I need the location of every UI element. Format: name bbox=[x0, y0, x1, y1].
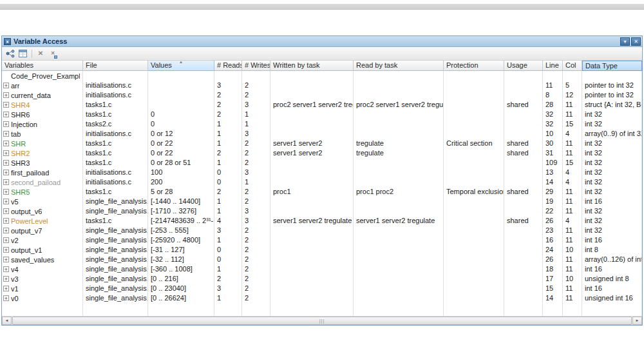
toolbar-separator bbox=[32, 50, 32, 58]
cell-writes: 2 bbox=[242, 158, 270, 168]
expand-icon[interactable] bbox=[3, 170, 9, 175]
table-row[interactable]: second_paiload initialisations.c 200 0 1… bbox=[2, 177, 642, 187]
cell-usage bbox=[504, 226, 543, 235]
expand-icon[interactable] bbox=[3, 199, 9, 204]
column-header-data-type[interactable]: Data Type bbox=[582, 61, 642, 71]
scroll-left-arrow[interactable]: ◄ bbox=[2, 317, 12, 325]
table-row[interactable]: v3 single_file_analysis.c [0 .. 216] 2 2… bbox=[2, 274, 642, 284]
column-header-line[interactable]: Line bbox=[543, 61, 563, 71]
expand-icon[interactable] bbox=[3, 189, 9, 195]
cell-line: 19 bbox=[543, 197, 563, 206]
column-header-written-by-task[interactable]: Written by task bbox=[270, 61, 354, 71]
expand-icon[interactable] bbox=[3, 160, 9, 166]
cell-data-type: int 16 bbox=[582, 264, 642, 274]
table-row[interactable]: v0 single_file_analysis.c [0 .. 26624] 1… bbox=[2, 293, 642, 303]
table-row[interactable]: Injection tasks2.c 0 1 1 32 15 int 32 bbox=[2, 119, 642, 129]
cell-file: tasks1.c bbox=[83, 148, 148, 158]
expand-icon[interactable] bbox=[3, 102, 9, 108]
horizontal-scrollbar[interactable]: ◄ ||| ► bbox=[2, 316, 642, 325]
column-header-values[interactable]: ▲Values bbox=[148, 61, 214, 71]
cell-data-type: int 16 bbox=[582, 235, 642, 245]
clear-all-button[interactable]: ✕ bbox=[47, 48, 59, 59]
expand-icon[interactable] bbox=[3, 247, 9, 253]
cell-written-by-task bbox=[270, 245, 354, 255]
column-header-usage[interactable]: Usage bbox=[504, 61, 543, 71]
scrollbar-thumb[interactable]: ||| bbox=[12, 317, 632, 325]
expand-icon[interactable] bbox=[3, 257, 9, 262]
table-row[interactable]: tab initialisations.c 0 or 12 1 3 10 4 a… bbox=[2, 129, 642, 139]
title-bar[interactable]: x Variable Access ▾ ✕ bbox=[2, 36, 642, 47]
expand-icon[interactable] bbox=[3, 276, 9, 282]
variable-name: output_v1 bbox=[11, 246, 42, 255]
close-button[interactable]: ✕ bbox=[631, 37, 641, 46]
cell-col: 15 bbox=[563, 119, 582, 129]
expand-icon[interactable] bbox=[3, 179, 9, 185]
cell-usage bbox=[504, 71, 543, 81]
table-row[interactable]: v5 single_file_analysis.c [-1440 .. 1440… bbox=[2, 197, 642, 206]
cell-file: single_file_analysis.c bbox=[83, 293, 148, 303]
cell-line: 17 bbox=[543, 274, 563, 284]
expand-icon[interactable] bbox=[3, 121, 9, 127]
column-header-read-by-task[interactable]: Read by task bbox=[354, 61, 444, 71]
table-row[interactable]: SHR6 tasks1.c 0 2 1 32 11 int 32 bbox=[2, 110, 642, 119]
cell-data-type: int 32 bbox=[582, 216, 642, 226]
table-row[interactable]: output_v1 single_file_analysis.c [-31 ..… bbox=[2, 245, 642, 255]
column-header-protection[interactable]: Protection bbox=[444, 61, 504, 71]
cell-usage bbox=[504, 81, 543, 90]
expand-icon[interactable] bbox=[3, 218, 9, 224]
table-row[interactable]: v4 single_file_analysis.c [-360 .. 1008]… bbox=[2, 264, 642, 274]
cell-written-by-task bbox=[270, 71, 354, 81]
cell-reads: 1 bbox=[214, 206, 242, 216]
cell-read-by-task bbox=[354, 255, 444, 264]
column-header-reads[interactable]: # Reads bbox=[214, 61, 242, 71]
scroll-right-arrow[interactable]: ► bbox=[632, 317, 642, 325]
minimize-button[interactable]: ▾ bbox=[620, 37, 630, 46]
cell-usage bbox=[504, 119, 543, 129]
expand-icon[interactable] bbox=[3, 131, 9, 137]
table-row[interactable]: output_v6 single_file_analysis.c [-1710 … bbox=[2, 206, 642, 216]
expand-icon[interactable] bbox=[3, 92, 9, 98]
column-header-col[interactable]: Col bbox=[563, 61, 582, 71]
table-row[interactable]: PowerLevel tasks1.c [-2147483639 .. 2³¹-… bbox=[2, 216, 642, 226]
expand-icon[interactable] bbox=[3, 112, 9, 117]
expand-icon[interactable] bbox=[3, 295, 9, 301]
table-row[interactable]: SHR4 tasks1.c 2 3 proc2 server1 server2 … bbox=[2, 100, 642, 110]
expand-icon[interactable] bbox=[3, 150, 9, 156]
cell-usage bbox=[504, 177, 543, 187]
expand-icon[interactable] bbox=[3, 237, 9, 243]
show-table-button[interactable] bbox=[17, 48, 28, 59]
cell-writes: 2 bbox=[242, 81, 270, 90]
expand-icon[interactable] bbox=[3, 141, 9, 146]
cell-data-type: int 32 bbox=[582, 158, 642, 168]
clear-button[interactable]: ✕ bbox=[35, 48, 46, 59]
cell-written-by-task bbox=[270, 197, 354, 206]
expand-icon[interactable] bbox=[3, 266, 9, 272]
table-row[interactable]: arr initialisations.c 3 2 11 5 pointer t… bbox=[2, 81, 642, 90]
table-row[interactable]: v1 single_file_analysis.c [0 .. 23040] 3… bbox=[2, 284, 642, 293]
column-header-file[interactable]: File bbox=[83, 61, 148, 71]
cell-line: 29 bbox=[543, 187, 563, 197]
table-row[interactable]: saved_values single_file_analysis.c [-32… bbox=[2, 255, 642, 264]
cell-written-by-task bbox=[270, 235, 354, 245]
access-graph-button[interactable] bbox=[5, 48, 16, 59]
table-row[interactable]: current_data initialisations.c 2 2 8 12 … bbox=[2, 90, 642, 100]
table-row[interactable]: SHR2 tasks1.c 0 or 22 2 2 server1 server… bbox=[2, 148, 642, 158]
cell-reads: 1 bbox=[214, 119, 242, 129]
cell-file: single_file_analysis.c bbox=[83, 264, 148, 274]
table-row[interactable]: Code_Prover_Example bbox=[2, 71, 642, 81]
cell-usage bbox=[504, 274, 543, 284]
table-row[interactable]: first_paiload initialisations.c 100 0 3 … bbox=[2, 168, 642, 177]
table-row[interactable]: SHR3 tasks1.c 0 or 28 or 51 1 2 109 15 i… bbox=[2, 158, 642, 168]
table-row[interactable]: v2 single_file_analysis.c [-25920 .. 480… bbox=[2, 235, 642, 245]
cell-line: 26 bbox=[543, 216, 563, 226]
column-header-variables[interactable]: Variables bbox=[2, 61, 83, 71]
cell-writes: 2 bbox=[242, 284, 270, 293]
expand-icon[interactable] bbox=[3, 83, 9, 88]
expand-icon[interactable] bbox=[3, 228, 9, 233]
expand-icon[interactable] bbox=[3, 208, 9, 214]
table-row[interactable]: SHR5 tasks1.c 5 or 28 2 2 proc1 proc1 pr… bbox=[2, 187, 642, 197]
column-header-writes[interactable]: # Writes bbox=[242, 61, 270, 71]
expand-icon[interactable] bbox=[3, 286, 9, 291]
table-row[interactable]: SHR tasks1.c 0 or 22 1 2 server1 server2… bbox=[2, 139, 642, 148]
table-row[interactable]: output_v7 single_file_analysis.c [-253 .… bbox=[2, 226, 642, 235]
